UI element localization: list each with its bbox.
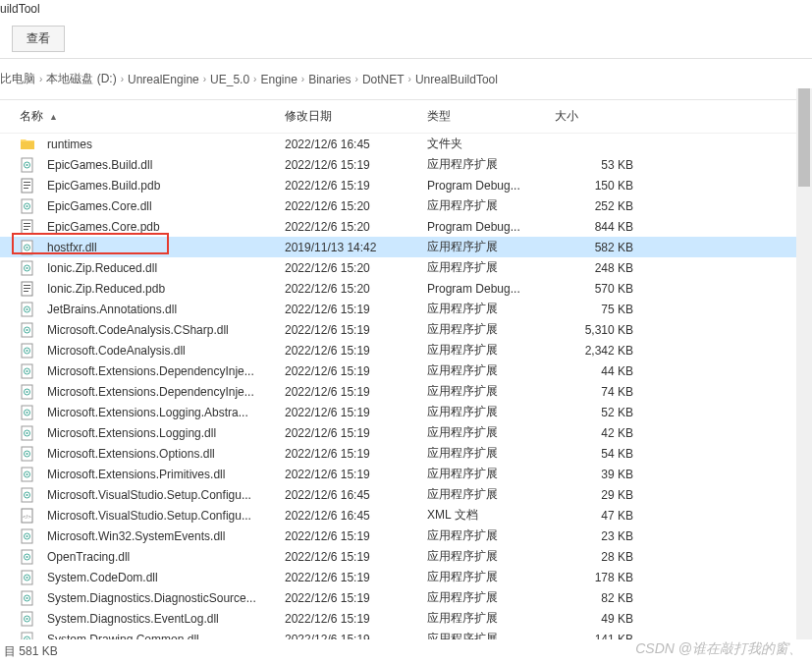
file-type: 应用程序扩展 bbox=[427, 239, 555, 255]
window-title: uildTool bbox=[0, 0, 812, 22]
svg-point-35 bbox=[27, 370, 28, 372]
chevron-right-icon: › bbox=[408, 74, 411, 84]
file-row[interactable]: Microsoft.Extensions.DependencyInje...20… bbox=[0, 360, 812, 381]
file-type: 应用程序扩展 bbox=[427, 301, 555, 317]
dll-icon bbox=[20, 549, 35, 565]
column-headers[interactable]: 名称 ▲ 修改日期 类型 大小 bbox=[0, 100, 812, 134]
dll-icon bbox=[20, 384, 35, 400]
file-type: 应用程序扩展 bbox=[427, 362, 555, 379]
file-size: 75 KB bbox=[555, 303, 633, 316]
column-name[interactable]: 名称 ▲ bbox=[20, 108, 285, 125]
breadcrumb-item[interactable]: UnrealBuildTool bbox=[415, 73, 498, 86]
file-type: 应用程序扩展 bbox=[427, 610, 555, 627]
file-size: 49 KB bbox=[555, 612, 633, 626]
file-date: 2022/12/6 15:19 bbox=[285, 612, 427, 626]
file-row[interactable]: OpenTracing.dll2022/12/6 15:19应用程序扩展28 K… bbox=[0, 546, 812, 567]
file-date: 2019/11/13 14:42 bbox=[285, 241, 427, 254]
svg-point-53 bbox=[27, 494, 28, 496]
svg-rect-12 bbox=[24, 226, 30, 227]
file-row[interactable]: Ionic.Zip.Reduced.pdb2022/12/6 15:20Prog… bbox=[0, 278, 812, 299]
file-name: System.Diagnostics.EventLog.dll bbox=[47, 612, 219, 626]
breadcrumb-item[interactable]: UnrealEngine bbox=[128, 73, 199, 86]
file-name: Microsoft.VisualStudio.Setup.Configu... bbox=[47, 509, 251, 523]
breadcrumb[interactable]: 比电脑›本地磁盘 (D:)›UnrealEngine›UE_5.0›Engine… bbox=[0, 71, 812, 87]
dll-icon bbox=[20, 260, 35, 276]
file-row[interactable]: System.Diagnostics.EventLog.dll2022/12/6… bbox=[0, 608, 812, 629]
dll-icon bbox=[20, 157, 35, 173]
dll-icon bbox=[20, 343, 35, 359]
dll-icon bbox=[20, 590, 35, 606]
vertical-scrollbar[interactable] bbox=[796, 88, 812, 644]
xml-icon: </> bbox=[20, 508, 35, 524]
file-date: 2022/12/6 15:19 bbox=[285, 406, 427, 419]
file-type: 应用程序扩展 bbox=[427, 383, 555, 400]
breadcrumb-item[interactable]: DotNET bbox=[362, 73, 405, 86]
file-date: 2022/12/6 15:19 bbox=[285, 179, 427, 193]
file-row[interactable]: runtimes2022/12/6 16:45文件夹 bbox=[0, 134, 812, 154]
file-row[interactable]: Microsoft.CodeAnalysis.CSharp.dll2022/12… bbox=[0, 319, 812, 340]
breadcrumb-item[interactable]: 比电脑 bbox=[0, 71, 35, 87]
file-size: 23 KB bbox=[555, 529, 633, 543]
file-row[interactable]: EpicGames.Core.pdb2022/12/6 15:20Program… bbox=[0, 216, 812, 237]
file-row[interactable]: EpicGames.Build.dll2022/12/6 15:19应用程序扩展… bbox=[0, 154, 812, 175]
svg-point-64 bbox=[27, 577, 28, 579]
file-name: System.CodeDom.dll bbox=[47, 571, 158, 584]
file-date: 2022/12/6 15:19 bbox=[285, 385, 427, 399]
dll-icon bbox=[20, 302, 35, 317]
file-row[interactable]: Microsoft.Extensions.Logging.Abstra...20… bbox=[0, 402, 812, 422]
file-name: Microsoft.Extensions.Logging.dll bbox=[47, 426, 216, 440]
file-row[interactable]: System.Diagnostics.DiagnosticSource...20… bbox=[0, 587, 812, 608]
dll-icon bbox=[20, 446, 35, 462]
file-row[interactable]: Microsoft.Extensions.Options.dll2022/12/… bbox=[0, 443, 812, 464]
file-size: 582 KB bbox=[555, 241, 633, 254]
file-date: 2022/12/6 15:19 bbox=[285, 591, 427, 605]
file-size: 248 KB bbox=[555, 261, 633, 275]
file-row[interactable]: </>Microsoft.VisualStudio.Setup.Configu.… bbox=[0, 505, 812, 526]
file-type: 应用程序扩展 bbox=[427, 548, 555, 565]
toolbar: 查看 bbox=[0, 22, 812, 59]
svg-point-50 bbox=[27, 473, 28, 475]
file-row[interactable]: EpicGames.Core.dll2022/12/6 15:20应用程序扩展2… bbox=[0, 195, 812, 216]
svg-rect-4 bbox=[24, 182, 30, 183]
file-name: EpicGames.Core.pdb bbox=[47, 220, 160, 234]
file-type: Program Debug... bbox=[427, 179, 555, 193]
breadcrumb-item[interactable]: 本地磁盘 (D:) bbox=[46, 71, 116, 87]
file-row[interactable]: Microsoft.Extensions.Primitives.dll2022/… bbox=[0, 464, 812, 484]
file-row[interactable]: JetBrains.Annotations.dll2022/12/6 15:19… bbox=[0, 299, 812, 319]
file-row[interactable]: System.CodeDom.dll2022/12/6 15:19应用程序扩展1… bbox=[0, 567, 812, 587]
file-name: Microsoft.CodeAnalysis.dll bbox=[47, 344, 186, 358]
file-size: 44 KB bbox=[555, 364, 633, 378]
file-row[interactable]: Microsoft.VisualStudio.Setup.Configu...2… bbox=[0, 484, 812, 505]
svg-rect-21 bbox=[24, 285, 30, 286]
scrollbar-thumb[interactable] bbox=[798, 88, 810, 187]
breadcrumb-item[interactable]: UE_5.0 bbox=[210, 73, 249, 86]
view-button[interactable]: 查看 bbox=[12, 26, 65, 52]
file-date: 2022/12/6 15:19 bbox=[285, 364, 427, 378]
svg-point-61 bbox=[27, 556, 28, 558]
breadcrumb-item[interactable]: Engine bbox=[260, 73, 297, 86]
file-name: Microsoft.Extensions.Primitives.dll bbox=[47, 468, 225, 481]
column-size[interactable]: 大小 bbox=[555, 108, 633, 125]
file-row[interactable]: Microsoft.Win32.SystemEvents.dll2022/12/… bbox=[0, 526, 812, 546]
file-type: 应用程序扩展 bbox=[427, 404, 555, 420]
file-row[interactable]: Microsoft.CodeAnalysis.dll2022/12/6 15:1… bbox=[0, 340, 812, 360]
file-type: 应用程序扩展 bbox=[427, 424, 555, 441]
file-type: Program Debug... bbox=[427, 282, 555, 296]
file-name: EpicGames.Core.dll bbox=[47, 199, 152, 213]
file-row[interactable]: EpicGames.Build.pdb2022/12/6 15:19Progra… bbox=[0, 175, 812, 195]
file-row[interactable]: Microsoft.Extensions.DependencyInje...20… bbox=[0, 381, 812, 402]
file-row[interactable]: Microsoft.Extensions.Logging.dll2022/12/… bbox=[0, 422, 812, 443]
column-date[interactable]: 修改日期 bbox=[285, 108, 427, 125]
chevron-right-icon: › bbox=[203, 74, 206, 84]
svg-point-29 bbox=[27, 329, 28, 331]
svg-rect-23 bbox=[24, 291, 28, 292]
svg-point-67 bbox=[27, 597, 28, 599]
column-type[interactable]: 类型 bbox=[427, 108, 555, 125]
file-row[interactable]: Ionic.Zip.Reduced.dll2022/12/6 15:20应用程序… bbox=[0, 257, 812, 278]
file-row[interactable]: hostfxr.dll2019/11/13 14:42应用程序扩展582 KB bbox=[0, 237, 812, 257]
file-size: 844 KB bbox=[555, 220, 633, 234]
sort-asc-icon: ▲ bbox=[49, 112, 58, 122]
breadcrumb-item[interactable]: Binaries bbox=[308, 73, 351, 86]
file-size: 2,342 KB bbox=[555, 344, 633, 358]
file-date: 2022/12/6 15:20 bbox=[285, 282, 427, 296]
